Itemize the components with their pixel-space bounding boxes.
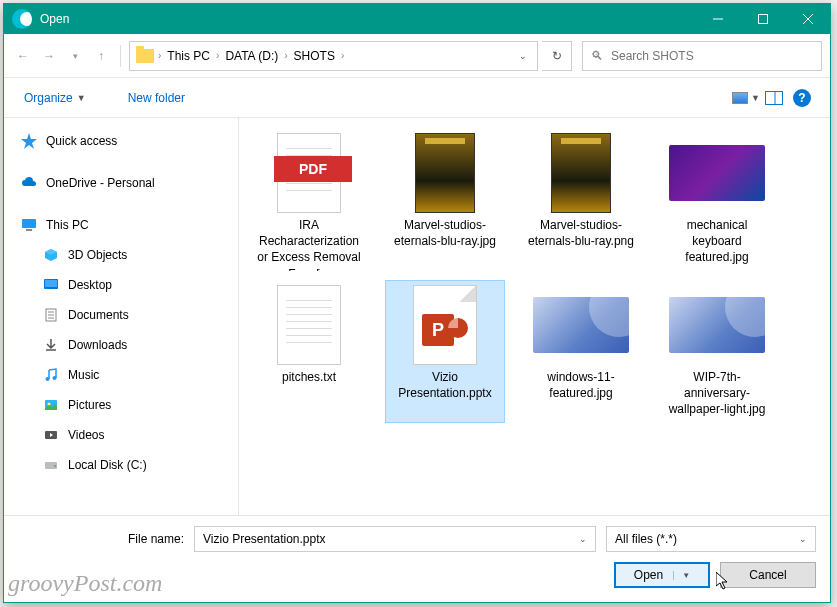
downloads-icon (42, 336, 60, 354)
svg-point-17 (53, 376, 57, 380)
recent-locations-button[interactable]: ▾ (64, 45, 86, 67)
filename-field[interactable]: ⌄ (194, 526, 596, 552)
file-name-label: IRA Recharacterization or Excess Removal… (254, 217, 364, 271)
svg-rect-1 (758, 15, 767, 24)
maximize-button[interactable] (740, 4, 785, 34)
file-item[interactable]: WIP-7th-anniversary-wallpaper-light.jpg (657, 280, 777, 423)
tree-label: 3D Objects (68, 248, 127, 262)
videos-icon (42, 426, 60, 444)
breadcrumb-item[interactable]: DATA (D:) (223, 45, 280, 67)
cube-icon (42, 246, 60, 264)
tree-label: Documents (68, 308, 129, 322)
minimize-button[interactable] (695, 4, 740, 34)
tree-local-disk[interactable]: Local Disk (C:) (4, 450, 238, 480)
file-thumbnail (533, 285, 629, 365)
cloud-icon (20, 174, 38, 192)
tree-label: This PC (46, 218, 89, 232)
tree-label: Videos (68, 428, 104, 442)
tree-label: Downloads (68, 338, 127, 352)
tree-label: Desktop (68, 278, 112, 292)
chevron-down-icon: ▼ (673, 571, 690, 580)
tree-videos[interactable]: Videos (4, 420, 238, 450)
filename-input[interactable] (203, 532, 579, 546)
nav-bar: ← → ▾ ↑ › This PC › DATA (D:) › SHOTS › … (4, 34, 830, 78)
breadcrumb[interactable]: › This PC › DATA (D:) › SHOTS › ⌄ (129, 41, 538, 71)
file-grid[interactable]: PDFIRA Recharacterization or Excess Remo… (239, 118, 830, 515)
chevron-down-icon: ▼ (77, 93, 86, 103)
titlebar: Open (4, 4, 830, 34)
svg-rect-8 (26, 229, 32, 231)
svg-rect-4 (766, 91, 783, 104)
breadcrumb-item[interactable]: SHOTS (292, 45, 337, 67)
file-name-label: pitches.txt (282, 369, 336, 385)
nav-tree: Quick access OneDrive - Personal This PC… (4, 118, 239, 515)
tree-this-pc[interactable]: This PC (4, 210, 238, 240)
file-item[interactable]: mechanical keyboard featured.jpg (657, 128, 777, 276)
forward-button[interactable]: → (38, 45, 60, 67)
body: Quick access OneDrive - Personal This PC… (4, 118, 830, 515)
tree-desktop[interactable]: Desktop (4, 270, 238, 300)
file-item[interactable]: Marvel-studios-eternals-blu-ray.png (521, 128, 641, 276)
chevron-right-icon: › (158, 50, 161, 61)
tree-music[interactable]: Music (4, 360, 238, 390)
tree-3d-objects[interactable]: 3D Objects (4, 240, 238, 270)
file-name-label: Marvel-studios-eternals-blu-ray.jpg (390, 217, 500, 249)
organize-button[interactable]: Organize▼ (18, 87, 92, 109)
file-name-label: WIP-7th-anniversary-wallpaper-light.jpg (662, 369, 772, 418)
file-thumbnail (669, 285, 765, 365)
cancel-button[interactable]: Cancel (720, 562, 816, 588)
desktop-icon (42, 276, 60, 294)
help-icon: ? (793, 89, 811, 107)
svg-rect-10 (45, 280, 57, 287)
chevron-down-icon[interactable]: ⌄ (579, 534, 587, 544)
new-folder-button[interactable]: New folder (122, 87, 191, 109)
preview-pane-button[interactable] (760, 84, 788, 112)
tree-pictures[interactable]: Pictures (4, 390, 238, 420)
view-options-button[interactable]: ▼ (732, 84, 760, 112)
breadcrumb-item[interactable]: This PC (165, 45, 212, 67)
file-thumbnail (669, 133, 765, 213)
open-button[interactable]: Open ▼ (614, 562, 710, 588)
file-item[interactable]: PDFIRA Recharacterization or Excess Remo… (249, 128, 369, 276)
chevron-right-icon: › (284, 50, 287, 61)
help-button[interactable]: ? (788, 84, 816, 112)
pictures-icon (42, 396, 60, 414)
search-icon: 🔍︎ (591, 49, 603, 63)
file-item[interactable]: windows-11-featured.jpg (521, 280, 641, 423)
file-thumbnail (261, 285, 357, 365)
svg-marker-6 (21, 133, 37, 149)
documents-icon (42, 306, 60, 324)
file-item[interactable]: Marvel-studios-eternals-blu-ray.jpg (385, 128, 505, 276)
close-button[interactable] (785, 4, 830, 34)
filter-value: All files (*.*) (615, 532, 677, 546)
search-box[interactable]: 🔍︎ (582, 41, 822, 71)
file-item[interactable]: pitches.txt (249, 280, 369, 423)
tree-documents[interactable]: Documents (4, 300, 238, 330)
file-name-label: windows-11-featured.jpg (526, 369, 636, 401)
edge-beta-icon (12, 9, 32, 29)
file-item[interactable]: PVizio Presentation.pptx (385, 280, 505, 423)
up-button[interactable]: ↑ (90, 45, 112, 67)
file-thumbnail: PDF (261, 133, 357, 213)
tree-label: Pictures (68, 398, 111, 412)
file-name-label: Marvel-studios-eternals-blu-ray.png (526, 217, 636, 249)
refresh-button[interactable]: ↻ (542, 41, 572, 71)
tree-downloads[interactable]: Downloads (4, 330, 238, 360)
open-dialog: Open ← → ▾ ↑ › This PC › DATA (D:) › SHO… (3, 3, 831, 603)
back-button[interactable]: ← (12, 45, 34, 67)
tree-onedrive[interactable]: OneDrive - Personal (4, 168, 238, 198)
footer: File name: ⌄ All files (*.*) ⌄ Open ▼ Ca… (4, 515, 830, 602)
tree-quick-access[interactable]: Quick access (4, 126, 238, 156)
svg-rect-7 (22, 219, 36, 228)
toolbar: Organize▼ New folder ▼ ? (4, 78, 830, 118)
chevron-right-icon: › (341, 50, 344, 61)
separator (120, 45, 121, 67)
file-name-label: Vizio Presentation.pptx (390, 369, 500, 401)
search-input[interactable] (611, 49, 813, 63)
file-thumbnail: P (397, 285, 493, 365)
svg-point-16 (46, 377, 50, 381)
chevron-down-icon[interactable]: ⌄ (519, 51, 527, 61)
monitor-icon (20, 216, 38, 234)
window-title: Open (40, 12, 695, 26)
file-type-filter[interactable]: All files (*.*) ⌄ (606, 526, 816, 552)
